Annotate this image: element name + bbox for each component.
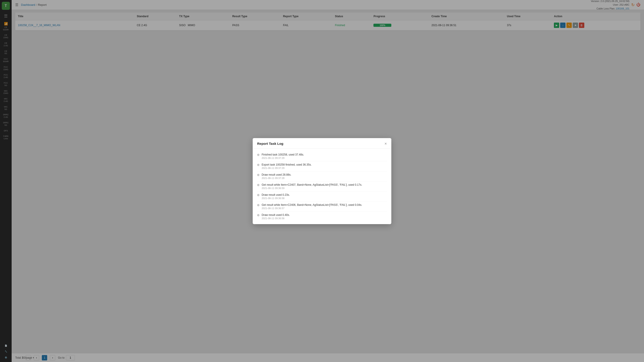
log-item-4: Draw result used 0.23s. 2021-08-11 09:36… (257, 192, 387, 202)
log-item-5: Get result while Item=C2406, Band=None, … (257, 202, 387, 212)
log-message: Finished task 100258, used 37.48s. (262, 153, 387, 156)
log-time: 2021-08-11 09:36:57 (262, 207, 387, 210)
log-item-1: Export task 100258 finished, used 36.35s… (257, 161, 387, 171)
log-message: Get result while Item=C2406, Band=None, … (262, 203, 387, 206)
log-time: 2021-08-11 09:36:56 (262, 217, 387, 220)
log-dot (257, 164, 260, 166)
log-time: 2021-08-11 09:37:29 (262, 167, 387, 169)
log-dot (257, 214, 260, 216)
log-time: 2021-08-11 09:36:59 (262, 187, 387, 189)
log-time: 2021-08-11 09:37:29 (262, 157, 387, 159)
log-dot (257, 154, 260, 156)
modal-body: Finished task 100258, used 37.48s. 2021-… (253, 149, 391, 224)
log-dot (257, 184, 260, 186)
log-dot (257, 174, 260, 176)
log-message: Draw result used 0.40s. (262, 213, 387, 217)
log-time: 2021-08-11 09:37:28 (262, 177, 387, 179)
log-text-wrap: Draw result used 0.23s. 2021-08-11 09:36… (262, 193, 387, 200)
log-message: Get result while Item=C2407, Band=None, … (262, 183, 387, 186)
log-text-wrap: Draw result used 28.88s. 2021-08-11 09:3… (262, 173, 387, 179)
log-item-3: Get result while Item=C2407, Band=None, … (257, 181, 387, 192)
log-item-6: Draw result used 0.40s. 2021-08-11 09:36… (257, 212, 387, 221)
log-dot (257, 204, 260, 206)
log-dot (257, 194, 260, 196)
log-text-wrap: Get result while Item=C2407, Band=None, … (262, 183, 387, 189)
log-time: 2021-08-11 09:36:58 (262, 197, 387, 200)
modal-close-button[interactable]: × (384, 142, 387, 146)
log-text-wrap: Export task 100258 finished, used 36.35s… (262, 163, 387, 169)
log-text-wrap: Finished task 100258, used 37.48s. 2021-… (262, 153, 387, 159)
log-text-wrap: Draw result used 0.40s. 2021-08-11 09:36… (262, 213, 387, 220)
log-text-wrap: Get result while Item=C2406, Band=None, … (262, 203, 387, 210)
log-item-2: Draw result used 28.88s. 2021-08-11 09:3… (257, 171, 387, 181)
log-message: Draw result used 28.88s. (262, 173, 387, 176)
log-message: Export task 100258 finished, used 36.35s… (262, 163, 387, 166)
log-message: Draw result used 0.23s. (262, 193, 387, 196)
log-item-0: Finished task 100258, used 37.48s. 2021-… (257, 151, 387, 161)
report-task-log-modal: Report Task Log × Finished task 100258, … (253, 138, 391, 224)
modal-title: Report Task Log (257, 142, 283, 145)
modal-overlay[interactable]: Report Task Log × Finished task 100258, … (0, 0, 644, 362)
modal-header: Report Task Log × (253, 138, 391, 149)
